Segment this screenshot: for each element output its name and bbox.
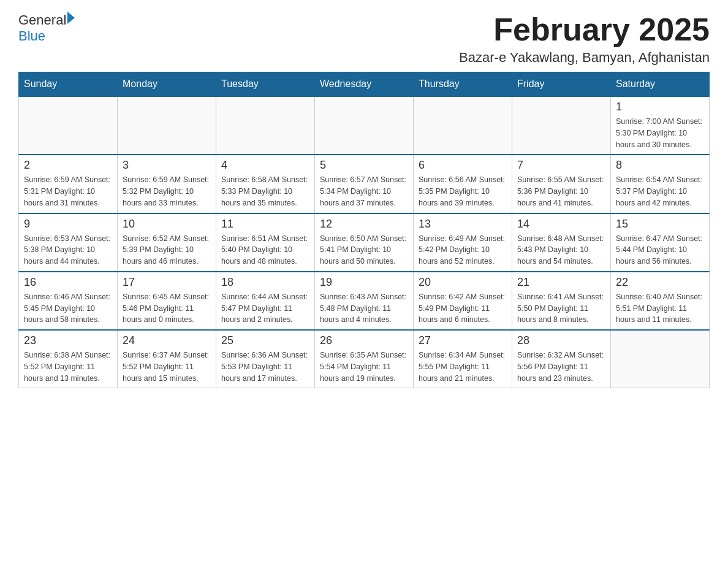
calendar-day: 4Sunrise: 6:58 AM Sunset: 5:33 PM Daylig…	[216, 155, 315, 213]
calendar-day: 27Sunrise: 6:34 AM Sunset: 5:55 PM Dayli…	[414, 330, 512, 388]
day-number: 8	[616, 159, 704, 172]
logo-blue: Blue	[18, 28, 75, 44]
calendar-week-row: 9Sunrise: 6:53 AM Sunset: 5:38 PM Daylig…	[19, 213, 710, 272]
calendar-day: 13Sunrise: 6:49 AM Sunset: 5:42 PM Dayli…	[414, 213, 512, 272]
calendar-day	[19, 96, 118, 155]
day-number: 26	[320, 334, 408, 347]
day-info: Sunrise: 6:45 AM Sunset: 5:46 PM Dayligh…	[123, 291, 211, 326]
calendar-table: SundayMondayTuesdayWednesdayThursdayFrid…	[18, 72, 710, 388]
logo-arrow-icon	[67, 12, 75, 24]
calendar-day: 1Sunrise: 7:00 AM Sunset: 5:30 PM Daylig…	[611, 96, 710, 155]
calendar-day: 17Sunrise: 6:45 AM Sunset: 5:46 PM Dayli…	[118, 272, 216, 330]
day-number: 22	[616, 276, 704, 289]
day-info: Sunrise: 6:35 AM Sunset: 5:54 PM Dayligh…	[320, 350, 408, 384]
calendar-day	[118, 96, 216, 155]
day-info: Sunrise: 6:57 AM Sunset: 5:34 PM Dayligh…	[320, 174, 408, 209]
day-number: 27	[419, 334, 507, 347]
day-info: Sunrise: 6:51 AM Sunset: 5:40 PM Dayligh…	[221, 233, 309, 267]
day-info: Sunrise: 6:40 AM Sunset: 5:51 PM Dayligh…	[616, 291, 704, 326]
day-number: 4	[221, 159, 309, 172]
day-info: Sunrise: 6:41 AM Sunset: 5:50 PM Dayligh…	[517, 291, 605, 326]
day-info: Sunrise: 6:50 AM Sunset: 5:41 PM Dayligh…	[320, 233, 408, 267]
day-info: Sunrise: 6:44 AM Sunset: 5:47 PM Dayligh…	[221, 291, 309, 326]
day-number: 25	[221, 334, 309, 347]
day-info: Sunrise: 6:53 AM Sunset: 5:38 PM Dayligh…	[24, 233, 112, 267]
day-info: Sunrise: 6:55 AM Sunset: 5:36 PM Dayligh…	[517, 174, 605, 209]
day-number: 17	[123, 276, 211, 289]
day-info: Sunrise: 6:38 AM Sunset: 5:52 PM Dayligh…	[24, 350, 112, 384]
day-info: Sunrise: 6:48 AM Sunset: 5:43 PM Dayligh…	[517, 233, 605, 267]
day-info: Sunrise: 6:59 AM Sunset: 5:32 PM Dayligh…	[123, 174, 211, 209]
day-info: Sunrise: 6:36 AM Sunset: 5:53 PM Dayligh…	[221, 350, 309, 384]
column-header-wednesday: Wednesday	[315, 72, 414, 97]
calendar-day: 5Sunrise: 6:57 AM Sunset: 5:34 PM Daylig…	[315, 155, 414, 213]
day-info: Sunrise: 6:49 AM Sunset: 5:42 PM Dayligh…	[419, 233, 507, 267]
day-number: 7	[517, 159, 605, 172]
calendar-day: 6Sunrise: 6:56 AM Sunset: 5:35 PM Daylig…	[414, 155, 512, 213]
calendar-day	[216, 96, 315, 155]
column-header-friday: Friday	[512, 72, 611, 97]
column-header-thursday: Thursday	[414, 72, 512, 97]
day-info: Sunrise: 6:58 AM Sunset: 5:33 PM Dayligh…	[221, 174, 309, 209]
calendar-day: 22Sunrise: 6:40 AM Sunset: 5:51 PM Dayli…	[611, 272, 710, 330]
day-number: 3	[123, 159, 211, 172]
day-info: Sunrise: 6:54 AM Sunset: 5:37 PM Dayligh…	[616, 174, 704, 209]
logo-general: General	[18, 12, 66, 28]
calendar-day	[611, 330, 710, 388]
column-header-tuesday: Tuesday	[216, 72, 315, 97]
calendar-day: 21Sunrise: 6:41 AM Sunset: 5:50 PM Dayli…	[512, 272, 611, 330]
day-number: 20	[419, 276, 507, 289]
calendar-day: 24Sunrise: 6:37 AM Sunset: 5:52 PM Dayli…	[118, 330, 216, 388]
calendar-day	[315, 96, 414, 155]
calendar-day: 14Sunrise: 6:48 AM Sunset: 5:43 PM Dayli…	[512, 213, 611, 272]
day-number: 10	[123, 218, 211, 231]
day-info: Sunrise: 6:37 AM Sunset: 5:52 PM Dayligh…	[123, 350, 211, 384]
day-info: Sunrise: 6:47 AM Sunset: 5:44 PM Dayligh…	[616, 233, 704, 267]
calendar-header-row: SundayMondayTuesdayWednesdayThursdayFrid…	[19, 72, 710, 97]
calendar-day: 8Sunrise: 6:54 AM Sunset: 5:37 PM Daylig…	[611, 155, 710, 213]
day-number: 23	[24, 334, 112, 347]
day-number: 11	[221, 218, 309, 231]
day-info: Sunrise: 6:43 AM Sunset: 5:48 PM Dayligh…	[320, 291, 408, 326]
day-info: Sunrise: 7:00 AM Sunset: 5:30 PM Dayligh…	[616, 116, 704, 150]
day-number: 2	[24, 159, 112, 172]
calendar-day: 20Sunrise: 6:42 AM Sunset: 5:49 PM Dayli…	[414, 272, 512, 330]
day-number: 21	[517, 276, 605, 289]
calendar-day: 18Sunrise: 6:44 AM Sunset: 5:47 PM Dayli…	[216, 272, 315, 330]
column-header-sunday: Sunday	[19, 72, 118, 97]
calendar-day: 25Sunrise: 6:36 AM Sunset: 5:53 PM Dayli…	[216, 330, 315, 388]
calendar-day: 16Sunrise: 6:46 AM Sunset: 5:45 PM Dayli…	[19, 272, 118, 330]
day-number: 12	[320, 218, 408, 231]
calendar-day: 11Sunrise: 6:51 AM Sunset: 5:40 PM Dayli…	[216, 213, 315, 272]
calendar-title-block: February 2025 Bazar-e Yakawlang, Bamyan,…	[459, 12, 710, 66]
calendar-day	[414, 96, 512, 155]
day-number: 28	[517, 334, 605, 347]
day-info: Sunrise: 6:52 AM Sunset: 5:39 PM Dayligh…	[123, 233, 211, 267]
day-number: 9	[24, 218, 112, 231]
day-number: 1	[616, 101, 704, 113]
calendar-day: 15Sunrise: 6:47 AM Sunset: 5:44 PM Dayli…	[611, 213, 710, 272]
calendar-day: 26Sunrise: 6:35 AM Sunset: 5:54 PM Dayli…	[315, 330, 414, 388]
calendar-week-row: 23Sunrise: 6:38 AM Sunset: 5:52 PM Dayli…	[19, 330, 710, 388]
day-number: 15	[616, 218, 704, 231]
day-info: Sunrise: 6:34 AM Sunset: 5:55 PM Dayligh…	[419, 350, 507, 384]
day-info: Sunrise: 6:56 AM Sunset: 5:35 PM Dayligh…	[419, 174, 507, 209]
day-number: 24	[123, 334, 211, 347]
day-number: 13	[419, 218, 507, 231]
day-number: 5	[320, 159, 408, 172]
logo: General Blue	[18, 12, 75, 44]
day-info: Sunrise: 6:32 AM Sunset: 5:56 PM Dayligh…	[517, 350, 605, 384]
calendar-day: 10Sunrise: 6:52 AM Sunset: 5:39 PM Dayli…	[118, 213, 216, 272]
day-info: Sunrise: 6:46 AM Sunset: 5:45 PM Dayligh…	[24, 291, 112, 326]
day-number: 14	[517, 218, 605, 231]
calendar-week-row: 1Sunrise: 7:00 AM Sunset: 5:30 PM Daylig…	[19, 96, 710, 155]
day-number: 18	[221, 276, 309, 289]
calendar-day: 19Sunrise: 6:43 AM Sunset: 5:48 PM Dayli…	[315, 272, 414, 330]
calendar-day: 28Sunrise: 6:32 AM Sunset: 5:56 PM Dayli…	[512, 330, 611, 388]
calendar-day: 7Sunrise: 6:55 AM Sunset: 5:36 PM Daylig…	[512, 155, 611, 213]
calendar-week-row: 16Sunrise: 6:46 AM Sunset: 5:45 PM Dayli…	[19, 272, 710, 330]
location-subtitle: Bazar-e Yakawlang, Bamyan, Afghanistan	[459, 50, 710, 66]
column-header-saturday: Saturday	[611, 72, 710, 97]
calendar-week-row: 2Sunrise: 6:59 AM Sunset: 5:31 PM Daylig…	[19, 155, 710, 213]
day-info: Sunrise: 6:59 AM Sunset: 5:31 PM Dayligh…	[24, 174, 112, 209]
